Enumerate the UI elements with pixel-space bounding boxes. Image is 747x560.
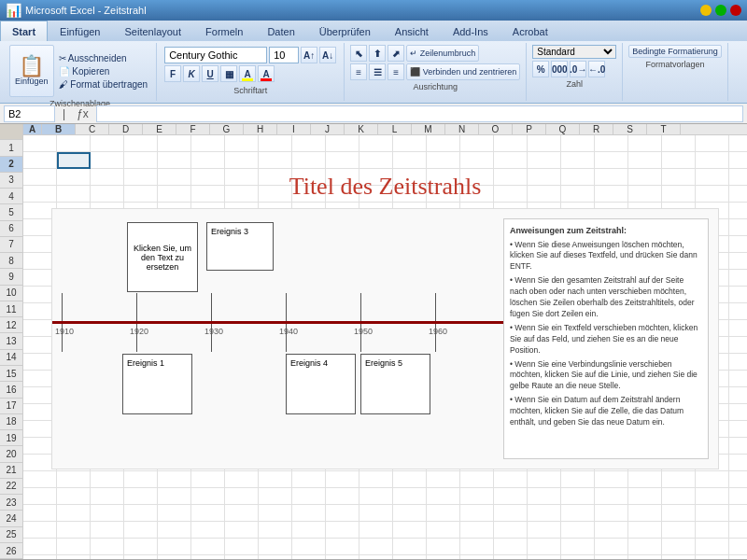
row-header-12[interactable]: 12: [0, 317, 22, 333]
col-header-e[interactable]: E: [143, 124, 176, 134]
bold-button[interactable]: F: [164, 65, 181, 82]
percent-button[interactable]: %: [532, 61, 549, 77]
event-box-click[interactable]: Klicken Sie, um den Text zu ersetzen: [127, 222, 198, 292]
col-header-o[interactable]: O: [479, 124, 513, 134]
align-top-right-button[interactable]: ⬈: [388, 45, 404, 62]
col-header-j[interactable]: J: [311, 124, 345, 134]
tab-seitenlayout[interactable]: Seitenlayout: [113, 21, 194, 41]
col-header-t[interactable]: T: [647, 124, 681, 134]
col-header-b[interactable]: B: [42, 124, 76, 134]
italic-button[interactable]: K: [183, 65, 200, 82]
col-header-d[interactable]: D: [109, 124, 143, 134]
row-header-6[interactable]: 6: [0, 221, 22, 237]
font-color-button[interactable]: A: [258, 65, 275, 82]
window-controls[interactable]: [700, 5, 741, 16]
col-header-n[interactable]: N: [445, 124, 479, 134]
col-header-l[interactable]: L: [378, 124, 412, 134]
copy-button[interactable]: 📄 Kopieren: [56, 65, 151, 77]
font-size-input[interactable]: [269, 47, 299, 63]
row-header-23[interactable]: 23: [0, 495, 22, 511]
row-header-21[interactable]: 21: [0, 463, 22, 479]
fill-color-button[interactable]: A: [239, 65, 256, 82]
tab-addins[interactable]: Add-Ins: [441, 21, 500, 41]
year-1950: 1950: [354, 327, 373, 336]
row-header-11[interactable]: 11: [0, 301, 22, 317]
col-header-i[interactable]: I: [277, 124, 311, 134]
col-header-f[interactable]: F: [176, 124, 210, 134]
row-header-10[interactable]: 10: [0, 286, 22, 301]
row-header-18[interactable]: 18: [0, 414, 22, 430]
tick-1940: [286, 293, 287, 321]
align-right-button[interactable]: ≡: [388, 63, 404, 80]
row-header-13[interactable]: 13: [0, 333, 22, 349]
number-format-select[interactable]: Standard Zahl Währung Prozent: [532, 45, 616, 59]
tab-start[interactable]: Start: [0, 21, 48, 41]
border-button[interactable]: ▦: [220, 65, 237, 82]
row-header-25[interactable]: 25: [0, 527, 22, 543]
row-header-16[interactable]: 16: [0, 382, 22, 398]
row-header-2[interactable]: 2: [0, 157, 22, 173]
col-header-a[interactable]: A: [23, 124, 42, 134]
row-header-20[interactable]: 20: [0, 446, 22, 462]
font-shrink-button[interactable]: A↓: [319, 47, 336, 63]
event-box-4[interactable]: Ereignis 4: [286, 354, 356, 414]
row-header-9[interactable]: 9: [0, 269, 22, 285]
wrap-text-button[interactable]: ↵ Zeilenumbruch: [406, 45, 479, 62]
event-4-text: Ereignis 4: [290, 358, 328, 368]
tab-formeln[interactable]: Formeln: [193, 21, 255, 41]
tab-ansicht[interactable]: Ansicht: [383, 21, 441, 41]
row-header-7[interactable]: 7: [0, 237, 22, 253]
underline-button[interactable]: U: [202, 65, 218, 82]
formula-input[interactable]: [96, 105, 743, 122]
year-1920: 1920: [130, 327, 148, 336]
event-box-1[interactable]: Ereignis 1: [122, 354, 192, 414]
row-header-17[interactable]: 17: [0, 399, 22, 414]
paste-button[interactable]: 📋 Einfügen: [9, 45, 54, 97]
increase-decimal-button[interactable]: .0→: [570, 61, 586, 77]
cell-reference-input[interactable]: [4, 105, 55, 122]
col-header-c[interactable]: C: [76, 124, 109, 134]
selected-cell[interactable]: [57, 152, 91, 169]
row-header-24[interactable]: 24: [0, 511, 22, 526]
col-header-m[interactable]: M: [412, 124, 445, 134]
col-header-h[interactable]: H: [244, 124, 277, 134]
row-header-1[interactable]: 1: [0, 140, 22, 156]
tab-einfuegen[interactable]: Einfügen: [48, 21, 112, 41]
col-header-g[interactable]: G: [210, 124, 244, 134]
cut-button[interactable]: ✂ Ausschneiden: [56, 52, 151, 64]
row-header-19[interactable]: 19: [0, 430, 22, 446]
merge-center-button[interactable]: ⬛ Verbinden und zentrieren: [406, 63, 520, 80]
font-grow-button[interactable]: A↑: [301, 47, 317, 63]
row-header-14[interactable]: 14: [0, 350, 22, 366]
row-header-8[interactable]: 8: [0, 253, 22, 269]
col-header-r[interactable]: R: [580, 124, 613, 134]
tab-ueberpruefen[interactable]: Überprüfen: [307, 21, 383, 41]
format-paint-button[interactable]: 🖌 Format übertragen: [56, 78, 151, 91]
event-box-5[interactable]: Ereignis 5: [360, 354, 430, 414]
align-top-center-button[interactable]: ⬆: [369, 45, 386, 62]
col-header-k[interactable]: K: [345, 124, 378, 134]
row-header-3[interactable]: 3: [0, 173, 22, 189]
tab-acrobat[interactable]: Acrobat: [500, 21, 560, 41]
tick-below-1960: [435, 324, 436, 352]
col-header-s[interactable]: S: [613, 124, 647, 134]
row-header-5[interactable]: 5: [0, 204, 22, 220]
instructions-box[interactable]: Anweisungen zum Zeitstrahl: • Wenn Sie d…: [503, 218, 709, 459]
align-center-button[interactable]: ☰: [369, 63, 386, 80]
col-header-q[interactable]: Q: [546, 124, 580, 134]
align-top-left-button[interactable]: ⬉: [350, 45, 367, 62]
year-1910: 1910: [55, 327, 74, 336]
decrease-decimal-button[interactable]: ←.0: [588, 61, 605, 77]
col-header-p[interactable]: P: [513, 124, 546, 134]
font-name-input[interactable]: [164, 47, 267, 63]
conditional-format-button[interactable]: Bedingte Formatierung: [628, 45, 722, 58]
row-header-22[interactable]: 22: [0, 479, 22, 495]
align-left-button[interactable]: ≡: [350, 63, 367, 80]
event-box-3[interactable]: Ereignis 3: [206, 222, 274, 271]
row-header-15[interactable]: 15: [0, 366, 22, 382]
thousands-button[interactable]: 000: [551, 61, 568, 77]
row-header-4[interactable]: 4: [0, 189, 22, 204]
tab-daten[interactable]: Daten: [255, 21, 306, 41]
ribbon-content: 📋 Einfügen ✂ Ausschneiden 📄 Kopieren 🖌 F…: [0, 41, 747, 103]
row-header-26[interactable]: 26: [0, 543, 22, 559]
